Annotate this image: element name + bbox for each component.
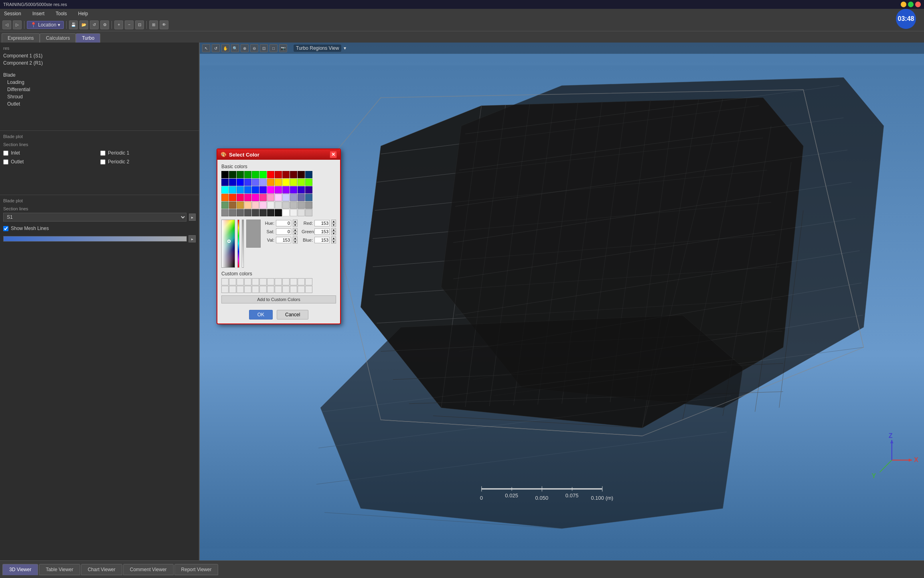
toolbar-zoom-in[interactable]: +	[114, 20, 123, 29]
custom-color-swatch[interactable]	[221, 278, 229, 285]
basic-color-swatch[interactable]	[275, 194, 282, 201]
basic-color-swatch[interactable]	[290, 186, 297, 193]
dropdown1-expand[interactable]: ▸	[189, 214, 196, 221]
hue-strip[interactable]	[237, 220, 239, 268]
periodic2-checkbox[interactable]	[100, 159, 105, 165]
basic-color-swatch[interactable]	[244, 186, 251, 193]
tab-turbo[interactable]: Turbo	[76, 33, 100, 43]
differential-item[interactable]: Differential	[3, 86, 196, 93]
maximize-btn[interactable]	[908, 2, 914, 7]
custom-color-swatch[interactable]	[244, 278, 251, 285]
tab-calculators[interactable]: Calculators	[40, 33, 76, 43]
basic-color-swatch[interactable]	[305, 171, 312, 178]
vtb-pan[interactable]: ✋	[221, 44, 229, 52]
basic-color-swatch[interactable]	[275, 201, 282, 209]
gradient-canvas[interactable]	[221, 220, 235, 268]
basic-color-swatch[interactable]	[252, 209, 259, 216]
basic-color-swatch[interactable]	[290, 194, 297, 201]
add-to-custom-colors-button[interactable]: Add to Custom Colors	[221, 295, 336, 303]
basic-color-swatch[interactable]	[275, 179, 282, 186]
custom-color-swatch[interactable]	[252, 286, 259, 293]
custom-color-swatch[interactable]	[282, 278, 290, 285]
basic-color-swatch[interactable]	[305, 209, 312, 216]
menu-tools[interactable]: Tools	[53, 10, 69, 17]
custom-color-swatch[interactable]	[298, 278, 305, 285]
sat-input[interactable]	[276, 228, 291, 235]
toolbar-grid[interactable]: ⊞	[149, 20, 158, 29]
menu-help[interactable]: Help	[76, 10, 91, 17]
basic-color-swatch[interactable]	[237, 209, 244, 216]
basic-color-swatch[interactable]	[221, 186, 229, 193]
vtb-rotate[interactable]: ↺	[212, 44, 220, 52]
basic-color-swatch[interactable]	[244, 209, 251, 216]
basic-color-swatch[interactable]	[290, 179, 297, 186]
location-button[interactable]: 📍 Location ▾	[27, 21, 64, 29]
basic-color-swatch[interactable]	[298, 171, 305, 178]
basic-color-swatch[interactable]	[267, 194, 274, 201]
alpha-strip[interactable]	[242, 220, 244, 268]
basic-color-swatch[interactable]	[275, 171, 282, 178]
toolbar-refresh[interactable]: ↺	[90, 20, 99, 29]
basic-color-swatch[interactable]	[259, 209, 267, 216]
blue-spin-down[interactable]: ▼	[331, 240, 336, 244]
component2-item[interactable]: Component 2 (R1)	[3, 59, 196, 67]
green-input[interactable]	[314, 228, 330, 235]
basic-color-swatch[interactable]	[252, 179, 259, 186]
dialog-close-button[interactable]: ✕	[330, 151, 337, 158]
basic-color-swatch[interactable]	[229, 186, 236, 193]
basic-color-swatch[interactable]	[244, 171, 251, 178]
toolbar-view[interactable]: 👁	[160, 20, 168, 29]
tab-3d-viewer[interactable]: 3D Viewer	[2, 564, 38, 575]
loading-item[interactable]: Loading	[3, 79, 196, 86]
basic-color-swatch[interactable]	[290, 171, 297, 178]
basic-color-swatch[interactable]	[229, 194, 236, 201]
outlet-checkbox[interactable]	[3, 159, 8, 165]
custom-color-swatch[interactable]	[267, 278, 274, 285]
custom-color-swatch[interactable]	[290, 278, 297, 285]
vtb-zoom-in[interactable]: ⊕	[241, 44, 249, 52]
basic-color-swatch[interactable]	[290, 201, 297, 209]
minimize-btn[interactable]	[901, 2, 906, 7]
basic-color-swatch[interactable]	[252, 194, 259, 201]
basic-color-swatch[interactable]	[282, 171, 290, 178]
toolbar-forward[interactable]: ▷	[13, 20, 22, 29]
basic-color-swatch[interactable]	[221, 171, 229, 178]
sat-spin-up[interactable]: ▲	[293, 228, 298, 232]
basic-color-swatch[interactable]	[275, 186, 282, 193]
custom-color-swatch[interactable]	[237, 286, 244, 293]
basic-color-swatch[interactable]	[259, 171, 267, 178]
custom-color-swatch[interactable]	[221, 286, 229, 293]
basic-color-swatch[interactable]	[252, 171, 259, 178]
basic-color-swatch[interactable]	[237, 186, 244, 193]
basic-color-swatch[interactable]	[267, 186, 274, 193]
toolbar-zoom-out[interactable]: −	[125, 20, 134, 29]
basic-color-swatch[interactable]	[305, 179, 312, 186]
toolbar-settings[interactable]: ⚙	[100, 20, 109, 29]
basic-color-swatch[interactable]	[229, 171, 236, 178]
custom-color-swatch[interactable]	[305, 286, 312, 293]
red-spin-down[interactable]: ▼	[331, 223, 336, 227]
basic-color-swatch[interactable]	[259, 179, 267, 186]
basic-color-swatch[interactable]	[282, 209, 290, 216]
basic-color-swatch[interactable]	[267, 201, 274, 209]
basic-color-swatch[interactable]	[221, 201, 229, 209]
basic-color-swatch[interactable]	[282, 179, 290, 186]
basic-color-swatch[interactable]	[305, 194, 312, 201]
basic-color-swatch[interactable]	[229, 201, 236, 209]
basic-color-swatch[interactable]	[244, 201, 251, 209]
basic-color-swatch[interactable]	[282, 194, 290, 201]
red-input[interactable]	[314, 220, 330, 226]
tab-expressions[interactable]: Expressions	[2, 33, 40, 43]
blue-spin-up[interactable]: ▲	[331, 236, 336, 240]
show-mesh-checkbox[interactable]	[3, 226, 8, 231]
custom-color-swatch[interactable]	[259, 278, 267, 285]
basic-color-swatch[interactable]	[275, 209, 282, 216]
basic-color-swatch[interactable]	[259, 194, 267, 201]
val-input[interactable]	[276, 237, 291, 243]
vtb-screenshot[interactable]: 📷	[279, 44, 287, 52]
custom-color-swatch[interactable]	[252, 278, 259, 285]
tab-chart-viewer[interactable]: Chart Viewer	[81, 564, 122, 575]
custom-color-swatch[interactable]	[275, 278, 282, 285]
val-spin-down[interactable]: ▼	[293, 240, 298, 244]
toolbar-fit[interactable]: ⊡	[135, 20, 144, 29]
